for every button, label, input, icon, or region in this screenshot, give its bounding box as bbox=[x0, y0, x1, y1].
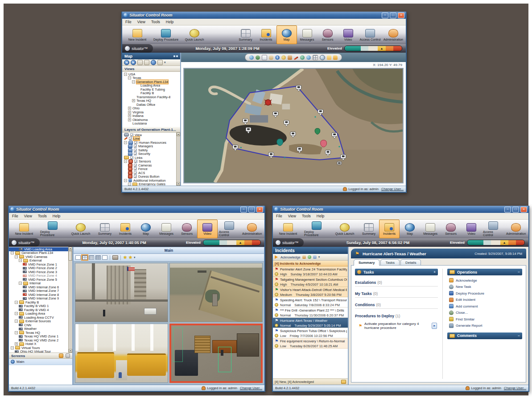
checkbox-checked[interactable]: ✓ bbox=[134, 175, 137, 178]
globe-icon[interactable] bbox=[249, 55, 254, 60]
collapse-arrow-icon[interactable]: − bbox=[518, 270, 520, 274]
expand-icon[interactable]: + bbox=[15, 342, 18, 345]
collapse-icon[interactable]: − bbox=[132, 80, 135, 83]
collapse-icon[interactable]: − bbox=[15, 255, 18, 258]
tree-item-texas-hq[interactable]: −Texas HQ bbox=[9, 331, 72, 335]
layer-duress-button[interactable]: ✓Duress Button bbox=[122, 175, 180, 179]
checkbox-checked[interactable]: ✓ bbox=[134, 141, 137, 144]
add-screen-icon[interactable] bbox=[59, 353, 63, 358]
tree-item-texas-hq-vmd-zone-2[interactable]: Texas HQ VMD Zone 2 bbox=[9, 338, 72, 342]
incident-row-perimeter-alert[interactable]: ⚑ Perimeter Alert Zone 24 Transmission F… bbox=[273, 266, 348, 277]
incident-row-heart-attack[interactable]: ⚑ Visitor's Heart Attack-Detroit Office\… bbox=[273, 287, 348, 297]
scroll-down-icon[interactable] bbox=[177, 182, 180, 186]
tree-item-hotel-x[interactable]: +Hotel X bbox=[9, 342, 72, 346]
tree-item-virtual-tours[interactable]: −Virtual Tours bbox=[9, 346, 72, 350]
expand-icon[interactable]: + bbox=[128, 114, 131, 117]
measure-icon[interactable] bbox=[300, 55, 305, 60]
tree-item-vmd-internal-zone-7[interactable]: VMD Internal Zone 7 bbox=[9, 289, 72, 293]
incident-row-speeding-alert[interactable]: ⚑ Speeding Alert: Truck 152 \ Transport … bbox=[273, 297, 348, 308]
alert-red-marker[interactable] bbox=[264, 100, 272, 105]
tab-tasks[interactable]: Tasks bbox=[380, 259, 399, 265]
titlebar[interactable]: Situator Control Room − □ × bbox=[122, 12, 406, 19]
layout-2x2-icon[interactable] bbox=[82, 255, 87, 260]
tree-item-texas[interactable]: −Texas bbox=[122, 76, 180, 80]
collapse-icon[interactable]: − bbox=[15, 312, 18, 315]
favorites-list-icon[interactable]: ★ bbox=[128, 255, 132, 260]
maximize-button[interactable]: □ bbox=[248, 207, 255, 212]
world-icon[interactable] bbox=[306, 55, 311, 60]
scroll-up-icon[interactable] bbox=[177, 133, 180, 136]
menu-view[interactable]: View bbox=[288, 214, 296, 218]
new-incident-button[interactable]: New Incident bbox=[124, 25, 151, 44]
checkbox-checked[interactable]: ✓ bbox=[134, 171, 137, 175]
tab-details[interactable]: Details bbox=[400, 259, 421, 265]
tree-item-internal[interactable]: −Internal bbox=[9, 282, 72, 286]
tree-item-external[interactable]: −External bbox=[9, 259, 72, 263]
tree-item-louisiana[interactable]: Louisiana bbox=[122, 122, 180, 126]
dropdown-icon[interactable]: ▾ bbox=[318, 255, 320, 259]
layers-scrollbar[interactable] bbox=[176, 133, 180, 186]
new-incident-button[interactable]: New Incident bbox=[10, 220, 38, 238]
tree-item-virginia[interactable]: +Virginia bbox=[122, 110, 180, 114]
op-edit-incident[interactable]: Edit Incident bbox=[449, 298, 522, 302]
incidents-button[interactable]: Incidents bbox=[256, 25, 276, 44]
select-icon[interactable] bbox=[256, 55, 260, 60]
favorite-icon[interactable]: ★ bbox=[123, 255, 127, 260]
pan-hand-icon[interactable] bbox=[269, 55, 273, 60]
collapse-arrow-icon[interactable]: − bbox=[518, 334, 520, 338]
tree-item-transmission-facility-8[interactable]: Transmission Facility-8 bbox=[122, 95, 180, 99]
layout-4x4-icon[interactable] bbox=[95, 255, 101, 260]
screen-item-main[interactable]: Main bbox=[9, 359, 72, 365]
minimize-button[interactable]: − bbox=[240, 207, 247, 212]
layer-human-resources[interactable]: −✓Human Resources bbox=[122, 141, 180, 145]
close-button[interactable]: × bbox=[398, 12, 404, 18]
layer-view[interactable]: ✓View bbox=[122, 133, 180, 137]
menu-help[interactable]: Help bbox=[317, 214, 324, 218]
home-icon[interactable] bbox=[144, 60, 149, 65]
op-close[interactable]: Close... bbox=[449, 311, 522, 315]
menu-file[interactable]: File bbox=[125, 20, 132, 24]
layer-cameras[interactable]: ✓Cameras bbox=[122, 163, 180, 167]
draw-icon[interactable] bbox=[294, 56, 298, 60]
history-icon[interactable] bbox=[281, 55, 286, 60]
expand-icon[interactable]: + bbox=[128, 111, 131, 114]
my-tasks-row[interactable]: My Tasks(0) bbox=[355, 291, 438, 298]
collapse-icon[interactable]: − bbox=[124, 179, 127, 182]
expand-icon[interactable]: + bbox=[132, 99, 135, 102]
screen-options-icon[interactable] bbox=[66, 353, 70, 358]
expand-icon[interactable]: + bbox=[128, 107, 131, 110]
snapshot-icon[interactable] bbox=[112, 255, 118, 260]
collapse-icon[interactable]: − bbox=[128, 183, 131, 186]
video-button[interactable]: Video bbox=[338, 25, 359, 44]
access-control-button[interactable]: Access Control bbox=[359, 25, 382, 44]
minimize-button[interactable]: − bbox=[504, 207, 511, 212]
administration-button[interactable]: Administration bbox=[241, 220, 263, 238]
menu-tools[interactable]: Tools bbox=[302, 214, 311, 218]
menu-file[interactable]: File bbox=[276, 214, 282, 218]
deploy-procedure-button[interactable]: Deploy Procedure bbox=[151, 25, 181, 44]
layout-3x3-icon[interactable] bbox=[89, 255, 94, 260]
checkbox-checked[interactable]: ✓ bbox=[134, 160, 137, 163]
checkbox-checked[interactable]: ✓ bbox=[130, 156, 133, 159]
sensors-button[interactable]: Sensors bbox=[177, 220, 197, 238]
summary-button[interactable]: Summary bbox=[95, 220, 115, 238]
collapse-icon[interactable]: − bbox=[19, 259, 22, 262]
maximize-button[interactable]: □ bbox=[512, 207, 519, 212]
layer-managers[interactable]: ✓Managers bbox=[122, 145, 180, 149]
tree-item-vmd-fence-zone-4[interactable]: VMD Fence Zone 4 bbox=[9, 274, 72, 278]
tree-item-indiana[interactable]: +Indiana bbox=[122, 114, 180, 118]
gate-marker[interactable] bbox=[337, 162, 342, 165]
incident-row-fire-equipment-recovery[interactable]: ⚑ Fire equipment recovery \ Return-to-No… bbox=[273, 338, 348, 349]
layer-safety[interactable]: ✓Safety bbox=[122, 148, 180, 152]
tree-item-cnn[interactable]: CNN bbox=[9, 323, 72, 327]
sensors-button[interactable]: Sensors bbox=[318, 25, 338, 44]
new-incident-button[interactable]: New Incident bbox=[274, 220, 302, 238]
collapse-icon[interactable]: − bbox=[11, 251, 14, 254]
maximize-button[interactable]: □ bbox=[390, 12, 396, 18]
tree-item-ohio[interactable]: +Ohio bbox=[122, 107, 180, 111]
tree-item-vmd-cameras[interactable]: −VMD Cameras bbox=[9, 255, 72, 259]
collapse-icon[interactable]: − bbox=[124, 160, 127, 163]
camera-feed-loading-dock-alarm[interactable] bbox=[169, 324, 263, 383]
checkbox-checked[interactable]: ✓ bbox=[134, 145, 137, 148]
escalations-row[interactable]: Escalations(0) bbox=[355, 280, 438, 287]
